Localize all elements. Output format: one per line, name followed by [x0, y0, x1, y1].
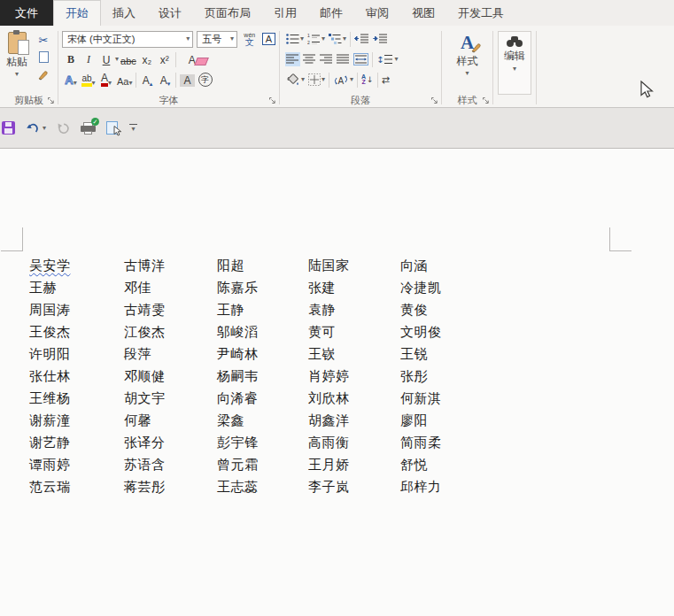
name-cell[interactable]: 李子岚: [308, 475, 400, 497]
name-cell[interactable]: 许明阳: [29, 343, 124, 365]
tab-home[interactable]: 开始: [53, 0, 101, 26]
tab-file[interactable]: 文件: [0, 0, 53, 26]
styles-dialog-launcher[interactable]: [482, 96, 491, 105]
styles-button[interactable]: A 样式 ▾: [443, 28, 492, 93]
align-left-button[interactable]: [285, 52, 300, 66]
name-cell[interactable]: 黄俊: [400, 298, 428, 320]
change-case-button[interactable]: Aa▾: [117, 72, 132, 88]
name-cell[interactable]: 何馨: [124, 409, 217, 431]
justify-button[interactable]: [336, 52, 351, 66]
name-cell[interactable]: 向浠睿: [217, 387, 308, 409]
bold-button[interactable]: B: [64, 51, 78, 67]
copy-button[interactable]: [35, 50, 51, 65]
name-cell[interactable]: 何新淇: [400, 387, 442, 409]
name-cell[interactable]: 胡鑫洋: [308, 409, 400, 431]
name-cell[interactable]: 谢艺静: [29, 431, 124, 453]
name-cell[interactable]: 邓顺健: [124, 365, 217, 387]
redo-button[interactable]: [57, 122, 70, 135]
select-objects-button[interactable]: [106, 121, 118, 135]
paste-button[interactable]: 粘贴 ▾: [1, 28, 33, 93]
name-cell[interactable]: 王维杨: [29, 387, 124, 409]
tab-page-layout[interactable]: 页面布局: [193, 0, 262, 26]
name-cell[interactable]: 冷捷凯: [400, 276, 442, 298]
name-cell[interactable]: 张仕林: [29, 365, 124, 387]
bullets-button[interactable]: ▾: [285, 32, 305, 46]
name-cell[interactable]: 王锐: [400, 343, 428, 365]
name-cell[interactable]: 肖婷婷: [308, 365, 400, 387]
name-cell[interactable]: 张译分: [124, 431, 217, 453]
grow-font-button[interactable]: A▴: [140, 72, 154, 88]
name-cell[interactable]: 江俊杰: [124, 320, 217, 343]
subscript-button[interactable]: x₂: [140, 51, 154, 67]
align-right-button[interactable]: [319, 52, 334, 66]
name-cell[interactable]: 王赫: [29, 276, 124, 298]
name-cell[interactable]: 王志蕊: [217, 475, 308, 497]
name-cell[interactable]: 梁鑫: [217, 409, 308, 431]
tab-references[interactable]: 引用: [262, 0, 308, 26]
name-cell[interactable]: 谢薪潼: [29, 409, 124, 431]
character-shading-button[interactable]: A: [180, 72, 194, 88]
name-cell[interactable]: 阳超: [217, 254, 308, 276]
editing-button[interactable]: 编辑 ▾: [498, 31, 531, 95]
cut-button[interactable]: ✂: [35, 33, 51, 48]
strikethrough-button[interactable]: abc: [120, 51, 136, 67]
name-cell[interactable]: 蒋芸彤: [124, 475, 217, 497]
tab-design[interactable]: 设计: [147, 0, 193, 26]
numbering-button[interactable]: 12 ▾: [306, 32, 326, 46]
tab-review[interactable]: 审阅: [354, 0, 400, 26]
line-spacing-button[interactable]: ↕ ▾: [376, 52, 399, 66]
shading-button[interactable]: ▾: [285, 72, 306, 88]
name-cell[interactable]: 文明俊: [400, 320, 442, 343]
name-cell[interactable]: 舒悦: [400, 453, 428, 475]
chevron-down-icon[interactable]: ▾: [115, 56, 119, 63]
name-cell[interactable]: 刘欣林: [308, 387, 400, 409]
font-name-combobox[interactable]: 宋体 (中文正文) ▾: [62, 31, 193, 48]
align-center-button[interactable]: [302, 52, 317, 66]
highlight-color-button[interactable]: ab▾: [81, 72, 96, 88]
text-effects-button[interactable]: A▾: [64, 72, 78, 88]
borders-button[interactable]: ▾: [307, 72, 326, 88]
name-cell[interactable]: 王月娇: [308, 453, 400, 475]
name-cell[interactable]: 黄可: [308, 320, 400, 343]
increase-indent-button[interactable]: [372, 32, 389, 46]
name-cell[interactable]: 曾元霜: [217, 453, 308, 475]
name-cell[interactable]: 邓佳: [124, 276, 217, 298]
multilevel-list-button[interactable]: ▾: [328, 32, 347, 46]
quick-print-button[interactable]: ✓: [81, 121, 96, 135]
name-cell[interactable]: 苏语含: [124, 453, 217, 475]
format-painter-button[interactable]: [35, 66, 51, 81]
name-cell[interactable]: 邱梓力: [400, 475, 442, 497]
customize-qat-button[interactable]: ▾: [128, 124, 138, 133]
clipboard-dialog-launcher[interactable]: [47, 96, 56, 105]
name-cell[interactable]: 胡文宇: [124, 387, 217, 409]
enclose-characters-button[interactable]: 字: [198, 72, 213, 88]
name-cell[interactable]: 陆国家: [308, 254, 400, 276]
asian-layout-button[interactable]: A ▾: [332, 73, 354, 88]
name-cell[interactable]: 王俊杰: [29, 320, 124, 343]
chevron-down-icon[interactable]: ▾: [43, 125, 46, 132]
name-cell[interactable]: 范云瑞: [29, 475, 124, 497]
name-cell[interactable]: 古靖雯: [124, 298, 217, 320]
clear-formatting-button[interactable]: A: [185, 51, 199, 67]
superscript-button[interactable]: x²: [158, 51, 172, 67]
tab-mailings[interactable]: 邮件: [308, 0, 354, 26]
distribute-button[interactable]: [352, 51, 369, 67]
paragraph-dialog-launcher[interactable]: [430, 96, 439, 105]
name-cell[interactable]: 王嵚: [308, 343, 400, 365]
sort-button[interactable]: A Z ↓: [360, 73, 375, 87]
tab-view[interactable]: 视图: [400, 0, 446, 26]
name-cell[interactable]: 杨嗣韦: [217, 365, 308, 387]
name-cell[interactable]: 周国涛: [29, 298, 124, 320]
underline-button[interactable]: U: [99, 51, 113, 67]
undo-button[interactable]: ▾: [26, 122, 46, 135]
font-size-combobox[interactable]: 五号 ▾: [197, 31, 237, 48]
document-page[interactable]: 吴安学古博洋阳超陆国家向涵王赫邓佳陈嘉乐张建冷捷凯周国涛古靖雯王静袁静黄俊王俊杰…: [0, 150, 674, 616]
name-cell[interactable]: 尹崎林: [217, 343, 308, 365]
name-cell[interactable]: 简雨柔: [400, 431, 442, 453]
font-dialog-launcher[interactable]: [268, 96, 277, 105]
shrink-font-button[interactable]: A▾: [158, 72, 172, 88]
name-cell[interactable]: 谭雨婷: [29, 453, 124, 475]
name-cell[interactable]: 彭宇锋: [217, 431, 308, 453]
show-hide-marks-button[interactable]: ⇄: [381, 73, 391, 88]
decrease-indent-button[interactable]: [353, 32, 370, 46]
